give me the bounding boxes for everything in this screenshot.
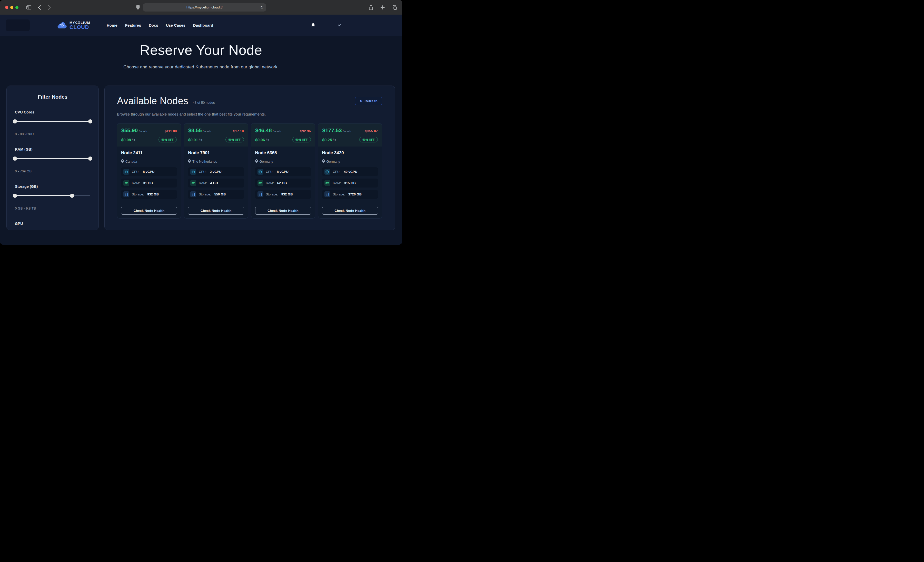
storage-icon [258,191,263,197]
monthly-price: $8.55 [188,127,202,133]
refresh-icon: ↻ [360,99,362,103]
cpu-icon [324,169,330,175]
slider-handle-max[interactable] [88,120,92,124]
close-window-button[interactable] [5,6,8,9]
node-card: $177.53 /month $355.07 $0.25 /hr 50% OFF… [318,123,382,218]
ram-label: RAM: [333,181,341,185]
slider-handle-min[interactable] [13,157,17,161]
hourly-price: $0.06 [255,138,265,142]
monthly-price: $46.48 [255,127,272,133]
chevron-down-icon[interactable] [338,24,341,26]
slider-handle-min[interactable] [13,194,17,198]
check-node-health-button[interactable]: Check Node Health [255,207,311,215]
discount-badge: 50% OFF [225,137,244,142]
check-node-health-button[interactable]: Check Node Health [322,207,378,215]
nav-link-dashboard[interactable]: Dashboard [193,23,213,27]
monthly-price: $55.90 [121,127,138,133]
check-node-health-button[interactable]: Check Node Health [188,207,244,215]
ram-value: 31 GB [143,181,153,185]
site-navbar: MYCΞLIUM CLOUD Home Features Docs Use Ca… [0,15,402,36]
monthly-price: $177.53 [322,127,342,133]
storage-icon [123,191,129,197]
ram-icon [190,180,196,186]
available-nodes-title: Available Nodes [117,96,188,106]
reload-icon[interactable]: ↻ [260,5,264,10]
ram-icon [324,180,330,186]
minimize-window-button[interactable] [10,6,14,9]
storage-label: Storage: [266,193,278,196]
original-price: $355.07 [365,129,378,133]
original-price: $111.80 [165,129,177,133]
available-nodes-description: Browse through our available nodes and s… [117,112,382,116]
slider-handle-max[interactable] [70,194,74,198]
url-text: https://myceliumcloud.tf [186,5,223,9]
tab-overview-icon[interactable] [392,5,397,10]
node-card-pricing: $46.48 /month $92.96 $0.06 /hr 50% OFF [251,124,315,146]
ram-value: 4 GB [210,181,218,185]
hourly-price: $0.01 [188,138,198,142]
browser-window: https://myceliumcloud.tf ↻ [0,0,402,245]
cloud-logo-icon [57,21,67,30]
forward-icon[interactable] [48,5,51,10]
storage-spec-row: Storage: 932 GB [121,190,177,199]
nav-links: Home Features Docs Use Cases Dashboard [106,23,213,27]
monthly-unit: /month [203,130,211,133]
storage-spec-row: Storage: 550 GB [188,190,244,199]
ram-slider[interactable] [15,157,90,161]
discount-badge: 50% OFF [292,137,311,142]
slider-handle-max[interactable] [88,157,92,161]
node-name: Node 2411 [121,150,177,155]
ram-icon [258,180,263,186]
filter-panel: Filter Nodes CPU Cores 0 - 88 vCPU RAM (… [6,85,99,230]
node-name: Node 6365 [255,150,311,155]
hourly-unit: /hr [132,138,135,141]
cpu-value: 8 vCPU [143,170,154,174]
cpu-label: CPU: [199,170,207,174]
node-card: $46.48 /month $92.96 $0.06 /hr 50% OFF N… [251,123,315,218]
storage-label: Storage: [333,193,345,196]
slider-handle-min[interactable] [13,120,17,124]
nodes-count: 48 of 50 nodes [193,101,214,105]
node-card-pricing: $8.55 /month $17.10 $0.01 /hr 50% OFF [184,124,248,146]
back-icon[interactable] [38,5,41,10]
brand-logo[interactable]: MYCΞLIUM CLOUD [57,21,90,30]
cpu-cores-slider[interactable] [15,120,90,124]
ram-label: RAM: [266,181,274,185]
address-bar[interactable]: https://myceliumcloud.tf ↻ [143,3,266,12]
available-nodes-panel: Available Nodes 48 of 50 nodes ↻ Refresh… [104,85,395,230]
node-name: Node 3420 [322,150,378,155]
node-card-pricing: $55.90 /month $111.80 $0.08 /hr 50% OFF [117,124,181,146]
cpu-value: 2 vCPU [210,170,222,174]
nav-link-use-cases[interactable]: Use Cases [166,23,185,27]
share-icon[interactable] [369,4,374,10]
gpu-label: GPU [15,221,90,226]
storage-icon [190,191,196,197]
zoom-window-button[interactable] [15,6,18,9]
ram-label: RAM (GB) [15,147,90,151]
nav-link-features[interactable]: Features [125,23,141,27]
ram-spec-row: RAM: 315 GB [322,179,378,187]
ram-icon [123,180,129,186]
shield-icon[interactable] [136,5,140,10]
storage-value: 550 GB [214,192,226,196]
storage-label: Storage (GB) [15,184,90,188]
cpu-label: CPU: [266,170,274,174]
node-card-pricing: $177.53 /month $355.07 $0.25 /hr 50% OFF [318,124,382,146]
cpu-cores-range: 0 - 88 vCPU [15,132,90,136]
cpu-label: CPU: [132,170,140,174]
storage-spec-row: Storage: 932 GB [255,190,311,199]
storage-spec-row: Storage: 3726 GB [322,190,378,199]
new-tab-icon[interactable] [380,5,385,10]
brand-name-top: MYCΞLIUM [69,21,90,24]
notifications-bell-icon[interactable] [311,23,315,28]
nav-link-home[interactable]: Home [106,23,117,27]
brand-name-bottom: CLOUD [69,25,90,30]
check-node-health-button[interactable]: Check Node Health [121,207,177,215]
sidebar-toggle-icon[interactable] [26,5,32,10]
cpu-icon [123,169,129,175]
refresh-button[interactable]: ↻ Refresh [355,97,382,105]
node-card: $8.55 /month $17.10 $0.01 /hr 50% OFF No… [184,123,248,218]
nav-link-docs[interactable]: Docs [149,23,158,27]
storage-slider[interactable] [15,194,90,198]
ram-value: 315 GB [344,181,356,185]
